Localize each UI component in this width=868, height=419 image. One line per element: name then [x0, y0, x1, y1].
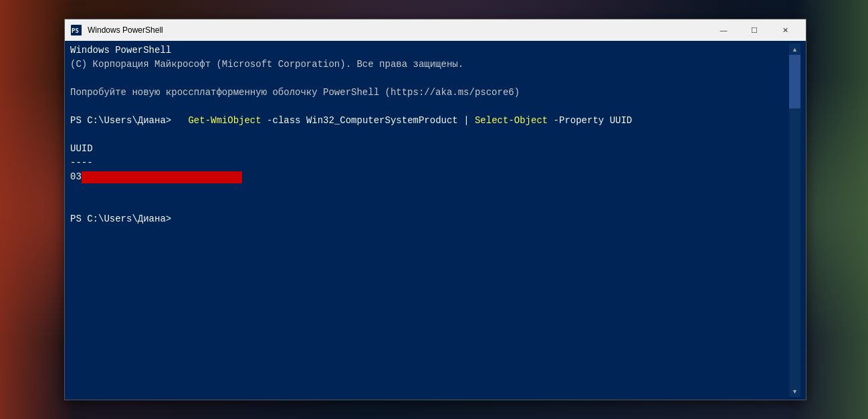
- cmd-space-6: [604, 114, 609, 128]
- blank-line-2: [70, 100, 789, 114]
- cmd-select-object: Select-Object: [475, 114, 548, 128]
- close-button[interactable]: ✕: [770, 19, 800, 41]
- terminal-output: Windows PowerShell (С) Корпорация Майкро…: [70, 44, 789, 397]
- cmd-class-val: Win32_ComputerSystemProduct: [306, 114, 458, 128]
- cmd-space-5: [548, 114, 553, 128]
- intro-line-1: Windows PowerShell: [70, 44, 789, 58]
- terminal-area[interactable]: Windows PowerShell (С) Корпорация Майкро…: [65, 41, 806, 400]
- uuid-prefix: 03: [70, 170, 82, 184]
- uuid-redacted-value: [82, 171, 242, 183]
- command-line-2: PS C:\Users\Диана>: [70, 212, 789, 226]
- prompt-1: PS C:\Users\Диана>: [70, 114, 171, 128]
- intro-line-2: (С) Корпорация Майкрософт (Microsoft Cor…: [70, 58, 789, 72]
- window-controls: — ☐ ✕: [708, 19, 800, 41]
- uuid-value-line: 03: [70, 170, 789, 184]
- cmd-pipe-char: |: [463, 114, 469, 128]
- intro-line-4: Попробуйте новую кроссплатформенную обол…: [70, 86, 789, 100]
- blank-line-5: [70, 198, 789, 212]
- cmd-space-3: [458, 114, 463, 128]
- powershell-svg-icon: PS: [71, 25, 82, 35]
- window-title: Windows PowerShell: [88, 25, 708, 35]
- prompt-2: PS C:\Users\Диана>: [70, 212, 171, 226]
- blank-line-1: [70, 72, 789, 86]
- scroll-up-arrow[interactable]: ▲: [789, 44, 800, 55]
- cmd-space-2: [301, 114, 306, 128]
- minimize-button[interactable]: —: [708, 19, 739, 41]
- powershell-window: PS Windows PowerShell — ☐ ✕ Windows Powe…: [64, 19, 806, 400]
- scroll-track: [789, 55, 800, 386]
- cmd-get-wmiobject: Get-WmiObject: [188, 114, 261, 128]
- uuid-header: UUID: [70, 143, 93, 154]
- background-left: [0, 0, 74, 419]
- cmd-property-flag: -Property: [554, 114, 605, 128]
- svg-text:PS: PS: [72, 27, 79, 34]
- cmd-property-val: UUID: [610, 114, 633, 128]
- uuid-separator: ----: [70, 157, 93, 168]
- cmd-space-4: [469, 114, 475, 128]
- blank-line-4: [70, 184, 789, 198]
- cmd-class-flag: -class: [267, 114, 300, 128]
- blank-line-3: [70, 128, 789, 142]
- powershell-icon: PS: [70, 24, 82, 36]
- scroll-thumb[interactable]: [789, 55, 800, 108]
- cmd-space-1: [261, 114, 267, 128]
- maximize-button[interactable]: ☐: [739, 19, 770, 41]
- terminal-scrollbar[interactable]: ▲ ▼: [789, 44, 800, 397]
- title-bar: PS Windows PowerShell — ☐ ✕: [65, 19, 806, 41]
- scroll-down-arrow[interactable]: ▼: [789, 386, 800, 397]
- command-line-1: PS C:\Users\Диана> Get-WmiObject -class …: [70, 114, 789, 128]
